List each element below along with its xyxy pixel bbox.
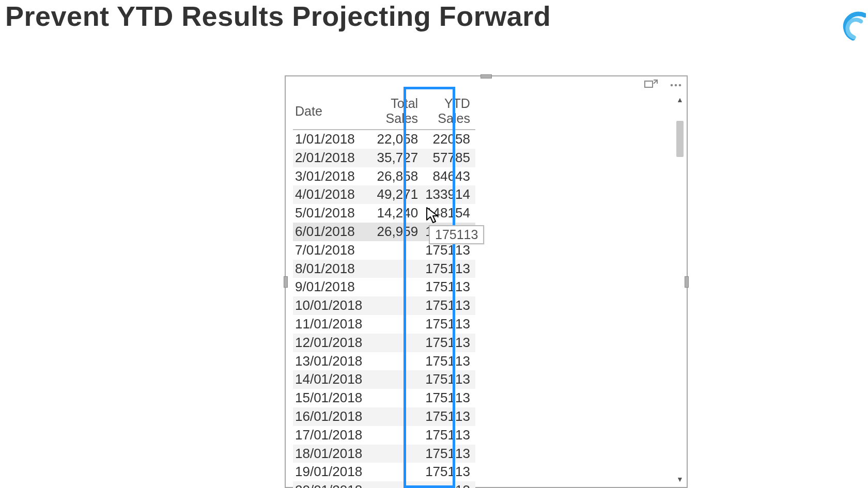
cell-ytd: 175113	[423, 278, 475, 296]
table-row[interactable]: 2/01/201835,72757785	[293, 149, 475, 167]
cell-ytd: 22058	[423, 130, 475, 149]
cell-ytd: 175113	[423, 370, 475, 389]
cell-ytd: 175113	[423, 463, 475, 481]
cell-total: 49,271	[367, 185, 423, 204]
cell-date: 17/01/2018	[293, 426, 367, 445]
more-options-icon[interactable]	[669, 80, 683, 91]
cell-ytd: 84643	[423, 167, 475, 186]
cell-ytd: 175113	[423, 315, 475, 334]
cell-total	[367, 370, 423, 389]
cell-total	[367, 481, 423, 488]
cell-total	[367, 296, 423, 315]
table-body: 1/01/201822,058220582/01/201835,72757785…	[293, 130, 475, 488]
cell-ytd: 148154	[423, 204, 475, 223]
cell-date: 8/01/2018	[293, 260, 367, 278]
cell-date: 2/01/2018	[293, 149, 367, 167]
svg-point-3	[679, 84, 681, 87]
resize-handle-left[interactable]	[284, 276, 288, 288]
table-row[interactable]: 10/01/2018175113	[293, 296, 475, 315]
table-visual[interactable]: ▲ ▼ Date Total Sales YTD Sales 1/01/2018…	[285, 75, 688, 488]
cell-ytd: 175113	[423, 389, 475, 407]
table-row[interactable]: 20/01/2018175113	[293, 481, 475, 488]
table-row[interactable]: 5/01/201814,240148154	[293, 204, 475, 223]
cell-date: 18/01/2018	[293, 445, 367, 463]
cell-total	[367, 260, 423, 278]
vertical-scrollbar[interactable]: ▲ ▼	[675, 95, 685, 484]
table-row[interactable]: 8/01/2018175113	[293, 260, 475, 278]
focus-mode-icon[interactable]	[644, 80, 658, 91]
cell-ytd: 175113	[423, 296, 475, 315]
cell-total: 26,959	[367, 223, 423, 241]
cell-date: 10/01/2018	[293, 296, 367, 315]
cell-ytd: 175113	[423, 260, 475, 278]
brand-logo-icon	[836, 11, 866, 41]
cell-ytd: 175113	[423, 481, 475, 488]
cell-date: 13/01/2018	[293, 352, 367, 371]
table-row[interactable]: 1/01/201822,05822058	[293, 130, 475, 149]
cell-date: 11/01/2018	[293, 315, 367, 334]
col-header-total[interactable]: Total Sales	[367, 95, 423, 130]
cell-ytd: 175113	[423, 445, 475, 463]
table-row[interactable]: 15/01/2018175113	[293, 389, 475, 407]
cell-date: 19/01/2018	[293, 463, 367, 481]
table-row[interactable]: 17/01/2018175113	[293, 426, 475, 445]
cell-ytd: 175113	[423, 352, 475, 371]
svg-point-1	[671, 84, 673, 87]
cell-date: 14/01/2018	[293, 370, 367, 389]
cell-ytd: 175113	[423, 426, 475, 445]
cell-total	[367, 445, 423, 463]
cell-ytd: 175113	[423, 241, 475, 260]
table-row[interactable]: 7/01/2018175113	[293, 241, 475, 260]
col-header-ytd[interactable]: YTD Sales	[423, 95, 475, 130]
cell-date: 3/01/2018	[293, 167, 367, 186]
cell-date: 15/01/2018	[293, 389, 367, 407]
cell-total	[367, 315, 423, 334]
cell-date: 9/01/2018	[293, 278, 367, 296]
scroll-down-arrow-icon[interactable]: ▼	[675, 475, 685, 484]
cell-ytd: 175113	[423, 407, 475, 426]
cell-total	[367, 407, 423, 426]
cell-ytd: 57785	[423, 149, 475, 167]
cell-date: 7/01/2018	[293, 241, 367, 260]
cell-date: 1/01/2018	[293, 130, 367, 149]
table-row[interactable]: 19/01/2018175113	[293, 463, 475, 481]
cell-ytd: 175113	[423, 334, 475, 352]
table-row[interactable]: 18/01/2018175113	[293, 445, 475, 463]
scroll-up-arrow-icon[interactable]: ▲	[675, 95, 685, 104]
svg-point-2	[675, 84, 677, 87]
resize-handle-top[interactable]	[481, 74, 492, 78]
cell-total: 14,240	[367, 204, 423, 223]
visual-header	[644, 80, 683, 91]
cell-date: 12/01/2018	[293, 334, 367, 352]
cell-date: 6/01/2018	[293, 223, 367, 241]
cell-total	[367, 463, 423, 481]
cell-date: 5/01/2018	[293, 204, 367, 223]
scroll-thumb[interactable]	[676, 121, 684, 157]
cell-date: 4/01/2018	[293, 185, 367, 204]
cell-total	[367, 334, 423, 352]
table-row[interactable]: 4/01/201849,271133914	[293, 185, 475, 204]
data-table[interactable]: Date Total Sales YTD Sales 1/01/201822,0…	[293, 95, 475, 488]
table-row[interactable]: 14/01/2018175113	[293, 370, 475, 389]
cell-total: 22,058	[367, 130, 423, 149]
cell-total	[367, 389, 423, 407]
cell-ytd: 133914	[423, 185, 475, 204]
table-row[interactable]: 11/01/2018175113	[293, 315, 475, 334]
resize-handle-right[interactable]	[685, 276, 689, 288]
table-row[interactable]: 13/01/2018175113	[293, 352, 475, 371]
cell-total	[367, 241, 423, 260]
cell-total	[367, 426, 423, 445]
cell-total	[367, 352, 423, 371]
table-row[interactable]: 12/01/2018175113	[293, 334, 475, 352]
table-row[interactable]: 6/01/201826,959175113	[293, 223, 475, 241]
table-row[interactable]: 9/01/2018175113	[293, 278, 475, 296]
table-row[interactable]: 3/01/201826,85884643	[293, 167, 475, 186]
table-header-row[interactable]: Date Total Sales YTD Sales	[293, 95, 475, 130]
col-header-date[interactable]: Date	[293, 95, 367, 130]
cell-total	[367, 278, 423, 296]
cell-ytd: 175113	[423, 223, 475, 241]
cell-total: 26,858	[367, 167, 423, 186]
page-title: Prevent YTD Results Projecting Forward	[5, 0, 551, 32]
cell-date: 16/01/2018	[293, 407, 367, 426]
table-row[interactable]: 16/01/2018175113	[293, 407, 475, 426]
